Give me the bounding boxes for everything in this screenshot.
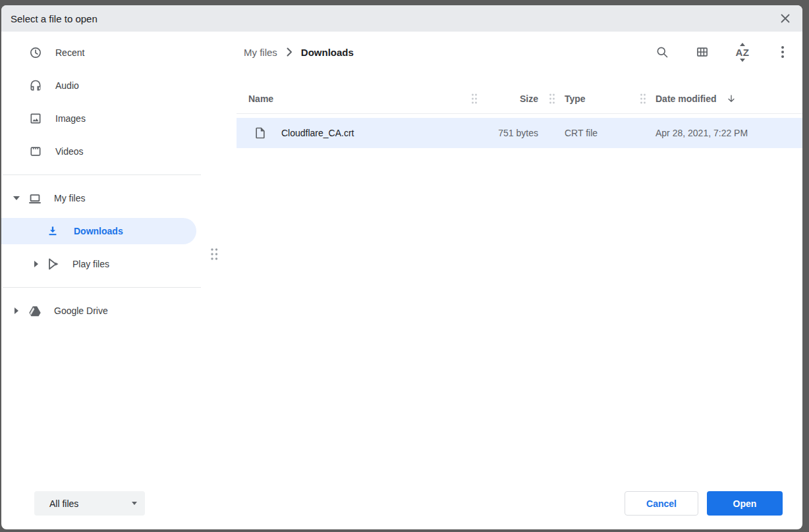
laptop-icon [28,192,41,205]
cancel-button[interactable]: Cancel [625,491,698,516]
sidebar-divider [3,287,201,288]
open-button[interactable]: Open [707,491,783,516]
sidebar-item-label: Images [55,113,86,124]
expand-caret-icon[interactable] [13,307,20,314]
file-date-modified: Apr 28, 2021, 7:22 PM [656,128,802,138]
file-type: CRT file [565,128,638,138]
sidebar-splitter-handle[interactable] [209,247,219,263]
breadcrumb-my-files[interactable]: My files [244,47,277,58]
more-options-icon[interactable] [769,39,796,65]
expand-caret-icon[interactable] [13,195,20,201]
sidebar-item-label: Videos [55,146,84,157]
sidebar-slot-downloads: Downloads [1,215,206,248]
dialog-title: Select a file to open [11,13,777,24]
column-resize-handle[interactable] [638,93,648,105]
sidebar-item-google-drive[interactable]: Google Drive [1,294,206,327]
column-header-label: Size [520,93,538,104]
sidebar-item-images[interactable]: Images [1,102,206,135]
file-name-cell: Cloudflare_CA.crt [237,126,469,140]
file-size: 751 bytes [479,128,538,138]
column-resize-handle[interactable] [469,93,479,105]
sidebar-item-audio[interactable]: Audio [1,69,206,102]
column-header-label: Name [248,93,273,104]
sidebar-item-label: Play files [72,259,109,269]
sidebar-divider [3,174,201,175]
dialog-titlebar: Select a file to open [1,5,802,32]
expand-caret-icon[interactable] [33,261,40,267]
open-button-label: Open [733,498,757,509]
breadcrumb: My files Downloads [244,47,354,58]
table-header-row: Name Size Type Date modified [237,84,802,114]
sidebar-item-label: Recent [55,47,84,58]
sort-direction-arrow-icon [726,93,737,104]
file-table: Name Size Type Date modified [237,84,802,148]
file-picker-dialog: Select a file to open Recent Audio Image… [1,5,802,529]
sort-az-icon[interactable]: AZ [729,39,756,65]
image-icon [29,112,42,125]
grid-view-icon[interactable] [689,39,715,65]
sidebar-item-my-files[interactable]: My files [1,182,206,215]
clock-icon [29,46,42,59]
sidebar-item-label: Audio [55,80,79,91]
toolbar-icons: AZ [649,39,796,65]
sidebar-item-label: Downloads [74,226,123,236]
google-play-icon [46,257,61,271]
chevron-right-icon [286,47,293,57]
column-header-name[interactable]: Name [237,93,469,104]
sidebar-item-label: My files [54,193,85,203]
main-toolbar: My files Downloads AZ [206,32,802,72]
google-drive-icon [28,304,41,317]
file-row-cloudflare-ca-crt[interactable]: Cloudflare_CA.crt 751 bytes CRT file Apr… [237,118,802,148]
column-header-type[interactable]: Type [565,93,638,104]
sidebar-item-videos[interactable]: Videos [1,135,206,168]
file-type-filter-dropdown[interactable]: All files [34,491,145,516]
dropdown-caret-icon [132,502,137,505]
sidebar-item-downloads[interactable]: Downloads [1,218,196,244]
video-icon [29,145,42,158]
file-document-icon [254,126,267,140]
column-header-date-modified[interactable]: Date modified [656,93,802,104]
breadcrumb-downloads: Downloads [301,47,354,58]
file-type-filter-value: All files [49,498,78,509]
download-icon [46,225,59,238]
sidebar: Recent Audio Images Videos [1,32,206,529]
search-icon[interactable] [649,39,675,65]
headphones-icon [29,79,42,92]
column-header-size[interactable]: Size [479,93,538,104]
cancel-button-label: Cancel [646,498,677,509]
sidebar-item-play-files[interactable]: Play files [1,248,206,280]
column-header-label: Type [565,93,586,104]
close-icon[interactable] [777,11,793,26]
column-header-label: Date modified [656,93,717,104]
sidebar-item-label: Google Drive [54,306,108,316]
column-resize-handle[interactable] [547,93,557,105]
sidebar-item-recent[interactable]: Recent [1,36,206,69]
file-name: Cloudflare_CA.crt [281,128,354,138]
